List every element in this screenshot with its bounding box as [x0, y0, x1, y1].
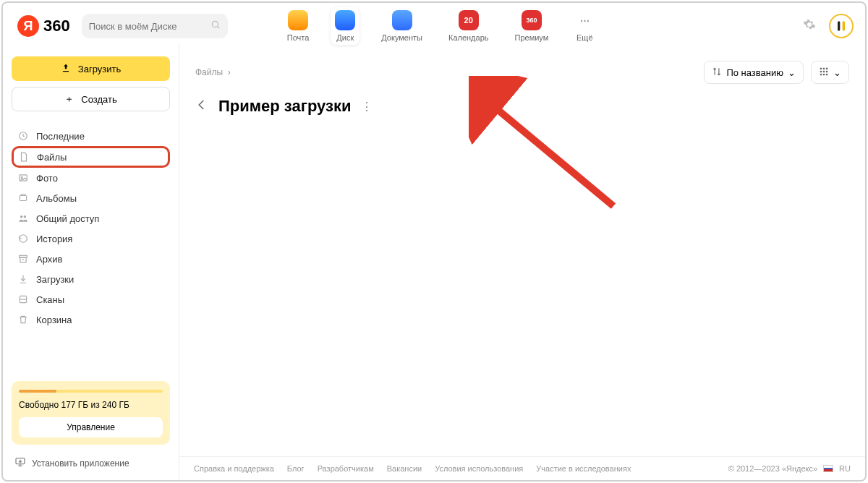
- footer-link[interactable]: Участие в исследованиях: [536, 464, 631, 473]
- sort-button[interactable]: По названию ⌄: [704, 61, 804, 84]
- chevron-down-icon: ⌄: [833, 67, 841, 78]
- sidebar-item-downloads[interactable]: Загрузки: [12, 269, 170, 289]
- svg-rect-17: [820, 67, 822, 69]
- app-premium[interactable]: 360 Премиум: [511, 7, 553, 45]
- sidebar-item-shared[interactable]: Общий доступ: [12, 208, 170, 228]
- sidebar-item-albums[interactable]: Альбомы: [12, 188, 170, 208]
- svg-rect-25: [826, 73, 827, 74]
- svg-rect-2: [838, 21, 840, 30]
- svg-rect-12: [20, 257, 26, 262]
- footer-link[interactable]: Вакансии: [387, 464, 422, 473]
- view-button[interactable]: ⌄: [811, 61, 849, 84]
- svg-line-1: [217, 26, 219, 28]
- sidebar-item-history[interactable]: История: [12, 228, 170, 249]
- mail-icon: [288, 10, 308, 30]
- back-arrow-icon[interactable]: [195, 98, 208, 115]
- search-icon: [210, 20, 221, 33]
- create-button[interactable]: ＋ Создать: [12, 87, 170, 111]
- plus-icon: ＋: [64, 93, 74, 106]
- sidebar-item-label: Загрузки: [36, 274, 74, 285]
- svg-rect-22: [826, 70, 827, 72]
- sidebar-item-files[interactable]: Файлы: [12, 146, 170, 168]
- app-mail[interactable]: Почта: [283, 7, 314, 45]
- calendar-icon: 20: [459, 10, 479, 30]
- svg-rect-24: [823, 73, 825, 74]
- premium-icon: 360: [522, 10, 542, 30]
- brand-text: 360: [43, 17, 70, 35]
- svg-rect-18: [823, 67, 825, 69]
- desktop-icon: [14, 456, 26, 470]
- header: Я 360 Почта Диск Документы 20: [3, 3, 865, 43]
- page-title: Пример загрузки: [218, 97, 351, 116]
- storage-text: Свободно 177 ГБ из 240 ГБ: [19, 400, 163, 410]
- upload-button[interactable]: Загрузить: [12, 56, 170, 81]
- people-icon: [17, 213, 29, 224]
- footer-link[interactable]: Справка и поддержка: [194, 464, 274, 473]
- sidebar-item-label: Сканы: [36, 294, 64, 305]
- file-icon: [18, 151, 30, 163]
- sidebar: Загрузить ＋ Создать Последние Файлы Фото: [3, 43, 179, 480]
- sidebar-item-label: Альбомы: [36, 193, 77, 204]
- footer-link[interactable]: Разработчикам: [318, 464, 374, 473]
- search-field[interactable]: [89, 21, 210, 32]
- grid-icon: [819, 67, 829, 79]
- svg-point-10: [24, 215, 27, 218]
- sidebar-item-scans[interactable]: Сканы: [12, 289, 170, 309]
- app-disk[interactable]: Диск: [331, 7, 359, 45]
- install-app-link[interactable]: Установить приложение: [12, 452, 170, 474]
- nav: Последние Файлы Фото Альбомы Общий досту…: [12, 126, 170, 330]
- main: Файлы › По названию ⌄ ⌄: [179, 43, 865, 480]
- sidebar-item-archive[interactable]: Архив: [12, 249, 170, 269]
- svg-rect-8: [21, 195, 25, 196]
- sidebar-item-recent[interactable]: Последние: [12, 126, 170, 146]
- documents-icon: [392, 10, 412, 30]
- app-label: Ещё: [576, 33, 593, 42]
- app-more[interactable]: ⋯ Ещё: [570, 7, 599, 45]
- app-label: Документы: [381, 33, 422, 42]
- sidebar-item-photo[interactable]: Фото: [12, 168, 170, 188]
- more-icon: ⋯: [574, 10, 595, 30]
- logo-badge-icon: Я: [17, 15, 39, 37]
- app-calendar[interactable]: 20 Календарь: [444, 7, 493, 45]
- app-documents[interactable]: Документы: [377, 7, 427, 45]
- sidebar-item-label: Архив: [36, 254, 62, 265]
- more-icon[interactable]: ⋮: [361, 100, 373, 114]
- svg-rect-7: [20, 196, 26, 201]
- history-icon: [17, 233, 29, 244]
- albums-icon: [17, 192, 29, 204]
- storage-bar: [19, 390, 163, 393]
- svg-rect-20: [820, 70, 822, 72]
- sidebar-item-label: Общий доступ: [36, 213, 99, 224]
- apps-bar: Почта Диск Документы 20 Календарь 360 Пр…: [283, 7, 600, 45]
- svg-rect-23: [820, 73, 822, 74]
- logo[interactable]: Я 360: [17, 15, 70, 37]
- svg-rect-3: [843, 21, 845, 30]
- manage-button[interactable]: Управление: [19, 417, 163, 437]
- svg-point-6: [21, 176, 22, 178]
- sidebar-item-label: Файлы: [37, 152, 67, 163]
- search-input[interactable]: [82, 14, 228, 38]
- gear-icon[interactable]: [803, 18, 816, 35]
- chevron-down-icon: ⌄: [788, 67, 796, 78]
- upload-label: Загрузить: [78, 64, 121, 74]
- app-label: Календарь: [448, 33, 489, 42]
- app-label: Почта: [287, 33, 310, 42]
- title-row: Пример загрузки ⋮: [179, 84, 865, 116]
- sort-icon: [712, 67, 722, 79]
- clock-icon: [17, 130, 29, 142]
- lang-label[interactable]: RU: [839, 464, 851, 473]
- sidebar-item-label: Последние: [36, 131, 85, 142]
- breadcrumb[interactable]: Файлы ›: [195, 67, 231, 77]
- sort-label: По названию: [726, 67, 783, 78]
- footer: Справка и поддержка Блог Разработчикам В…: [179, 456, 865, 480]
- download-icon: [17, 273, 29, 285]
- footer-link[interactable]: Блог: [287, 464, 305, 473]
- avatar[interactable]: [829, 14, 854, 38]
- sidebar-item-trash[interactable]: Корзина: [12, 309, 170, 330]
- upload-icon: [61, 63, 71, 75]
- create-label: Создать: [81, 94, 116, 105]
- footer-link[interactable]: Условия использования: [435, 464, 523, 473]
- svg-point-9: [20, 215, 23, 218]
- sidebar-item-label: Корзина: [36, 315, 72, 325]
- scan-icon: [17, 294, 29, 305]
